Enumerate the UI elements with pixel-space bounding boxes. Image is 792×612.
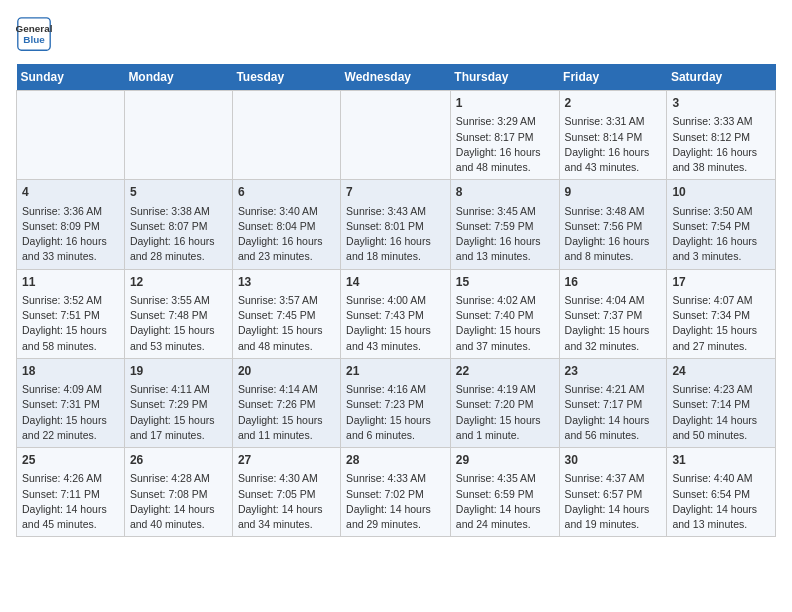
day-number: 14 <box>346 274 445 291</box>
day-info-line: Sunrise: 4:37 AM <box>565 471 662 486</box>
day-info-line: Sunrise: 3:31 AM <box>565 114 662 129</box>
day-number: 29 <box>456 452 554 469</box>
day-info-line: Daylight: 15 hours <box>238 323 335 338</box>
day-number: 13 <box>238 274 335 291</box>
calendar-day-cell: 25Sunrise: 4:26 AMSunset: 7:11 PMDayligh… <box>17 448 125 537</box>
calendar-day-cell: 10Sunrise: 3:50 AMSunset: 7:54 PMDayligh… <box>667 180 776 269</box>
day-info-line: Daylight: 16 hours <box>672 145 770 160</box>
day-info-line: Sunrise: 3:52 AM <box>22 293 119 308</box>
day-info-line: Sunrise: 3:40 AM <box>238 204 335 219</box>
day-info-line: Sunrise: 4:19 AM <box>456 382 554 397</box>
day-info-line: Daylight: 16 hours <box>565 145 662 160</box>
calendar-day-cell: 6Sunrise: 3:40 AMSunset: 8:04 PMDaylight… <box>232 180 340 269</box>
day-header-monday: Monday <box>124 64 232 91</box>
calendar-day-cell: 17Sunrise: 4:07 AMSunset: 7:34 PMDayligh… <box>667 269 776 358</box>
day-info-line: Sunset: 8:12 PM <box>672 130 770 145</box>
day-info-line: Daylight: 14 hours <box>672 502 770 517</box>
day-number: 19 <box>130 363 227 380</box>
day-header-wednesday: Wednesday <box>341 64 451 91</box>
calendar-day-cell: 20Sunrise: 4:14 AMSunset: 7:26 PMDayligh… <box>232 358 340 447</box>
day-info-line: and 8 minutes. <box>565 249 662 264</box>
day-info-line: Daylight: 14 hours <box>565 413 662 428</box>
svg-text:General: General <box>16 23 52 34</box>
calendar-week-row: 11Sunrise: 3:52 AMSunset: 7:51 PMDayligh… <box>17 269 776 358</box>
calendar-day-cell: 14Sunrise: 4:00 AMSunset: 7:43 PMDayligh… <box>341 269 451 358</box>
day-number: 22 <box>456 363 554 380</box>
day-number: 7 <box>346 184 445 201</box>
day-info-line: and 34 minutes. <box>238 517 335 532</box>
day-number: 17 <box>672 274 770 291</box>
day-header-saturday: Saturday <box>667 64 776 91</box>
day-info-line: and 1 minute. <box>456 428 554 443</box>
day-header-friday: Friday <box>559 64 667 91</box>
day-number: 12 <box>130 274 227 291</box>
day-info-line: and 33 minutes. <box>22 249 119 264</box>
day-info-line: Sunrise: 4:02 AM <box>456 293 554 308</box>
day-info-line: Sunset: 7:08 PM <box>130 487 227 502</box>
day-number: 6 <box>238 184 335 201</box>
day-info-line: and 22 minutes. <box>22 428 119 443</box>
day-info-line: and 48 minutes. <box>456 160 554 175</box>
day-number: 8 <box>456 184 554 201</box>
calendar-day-cell: 27Sunrise: 4:30 AMSunset: 7:05 PMDayligh… <box>232 448 340 537</box>
day-number: 4 <box>22 184 119 201</box>
calendar-week-row: 18Sunrise: 4:09 AMSunset: 7:31 PMDayligh… <box>17 358 776 447</box>
calendar-day-cell: 23Sunrise: 4:21 AMSunset: 7:17 PMDayligh… <box>559 358 667 447</box>
day-info-line: Sunset: 8:07 PM <box>130 219 227 234</box>
day-info-line: Sunrise: 4:30 AM <box>238 471 335 486</box>
day-info-line: Sunset: 7:56 PM <box>565 219 662 234</box>
calendar-day-cell: 22Sunrise: 4:19 AMSunset: 7:20 PMDayligh… <box>450 358 559 447</box>
day-info-line: Daylight: 16 hours <box>672 234 770 249</box>
day-number: 26 <box>130 452 227 469</box>
calendar-day-cell: 9Sunrise: 3:48 AMSunset: 7:56 PMDaylight… <box>559 180 667 269</box>
day-info-line: and 19 minutes. <box>565 517 662 532</box>
day-info-line: Daylight: 15 hours <box>130 413 227 428</box>
calendar-day-cell: 31Sunrise: 4:40 AMSunset: 6:54 PMDayligh… <box>667 448 776 537</box>
logo: General Blue <box>16 16 52 52</box>
day-info-line: and 23 minutes. <box>238 249 335 264</box>
day-info-line: Sunrise: 3:43 AM <box>346 204 445 219</box>
day-info-line: and 56 minutes. <box>565 428 662 443</box>
day-info-line: Sunrise: 4:28 AM <box>130 471 227 486</box>
day-info-line: Daylight: 15 hours <box>565 323 662 338</box>
day-info-line: and 3 minutes. <box>672 249 770 264</box>
day-number: 25 <box>22 452 119 469</box>
day-info-line: Sunset: 7:59 PM <box>456 219 554 234</box>
day-info-line: Sunset: 7:29 PM <box>130 397 227 412</box>
day-info-line: Daylight: 16 hours <box>346 234 445 249</box>
day-number: 9 <box>565 184 662 201</box>
day-info-line: Sunset: 7:34 PM <box>672 308 770 323</box>
day-info-line: Sunset: 7:05 PM <box>238 487 335 502</box>
day-info-line: and 37 minutes. <box>456 339 554 354</box>
day-info-line: Sunset: 8:17 PM <box>456 130 554 145</box>
day-number: 27 <box>238 452 335 469</box>
day-info-line: Daylight: 15 hours <box>22 323 119 338</box>
day-info-line: Sunset: 8:14 PM <box>565 130 662 145</box>
day-info-line: Sunset: 7:45 PM <box>238 308 335 323</box>
day-number: 23 <box>565 363 662 380</box>
calendar-day-cell: 18Sunrise: 4:09 AMSunset: 7:31 PMDayligh… <box>17 358 125 447</box>
day-info-line: Sunrise: 4:21 AM <box>565 382 662 397</box>
day-info-line: Daylight: 16 hours <box>456 145 554 160</box>
day-info-line: Sunset: 7:40 PM <box>456 308 554 323</box>
day-number: 5 <box>130 184 227 201</box>
day-info-line: and 6 minutes. <box>346 428 445 443</box>
day-info-line: and 43 minutes. <box>565 160 662 175</box>
calendar-day-cell: 8Sunrise: 3:45 AMSunset: 7:59 PMDaylight… <box>450 180 559 269</box>
day-info-line: Sunrise: 4:33 AM <box>346 471 445 486</box>
empty-cell <box>341 91 451 180</box>
day-header-tuesday: Tuesday <box>232 64 340 91</box>
day-info-line: Sunset: 7:23 PM <box>346 397 445 412</box>
day-info-line: Sunrise: 4:00 AM <box>346 293 445 308</box>
calendar-day-cell: 5Sunrise: 3:38 AMSunset: 8:07 PMDaylight… <box>124 180 232 269</box>
calendar-day-cell: 30Sunrise: 4:37 AMSunset: 6:57 PMDayligh… <box>559 448 667 537</box>
day-number: 10 <box>672 184 770 201</box>
day-info-line: and 18 minutes. <box>346 249 445 264</box>
day-info-line: and 40 minutes. <box>130 517 227 532</box>
day-info-line: Daylight: 14 hours <box>565 502 662 517</box>
day-header-thursday: Thursday <box>450 64 559 91</box>
day-info-line: and 32 minutes. <box>565 339 662 354</box>
calendar-day-cell: 15Sunrise: 4:02 AMSunset: 7:40 PMDayligh… <box>450 269 559 358</box>
day-info-line: and 28 minutes. <box>130 249 227 264</box>
day-info-line: Sunrise: 3:45 AM <box>456 204 554 219</box>
